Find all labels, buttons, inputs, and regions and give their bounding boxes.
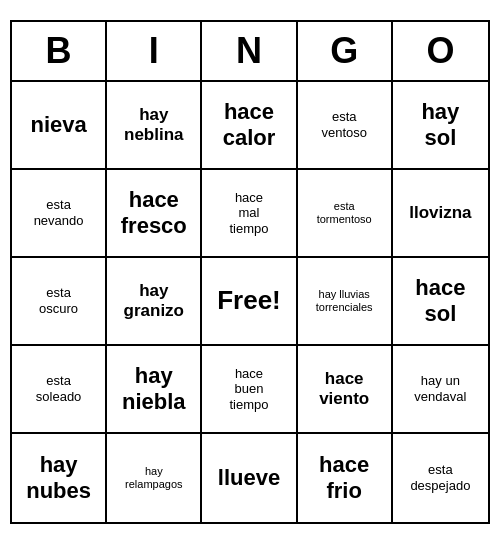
cell-text: hay granizo [124,281,184,322]
cell-text: Free! [217,285,281,316]
cell-text: hace frio [319,452,369,505]
bingo-cell: Free! [202,258,297,346]
cell-text: esta oscuro [39,285,78,316]
cell-text: hace mal tiempo [229,190,268,237]
bingo-cell: hay un vendaval [393,346,488,434]
bingo-cell: hay relampagos [107,434,202,522]
header-cell: N [202,22,297,80]
bingo-card: BINGO nievahay neblinahace caloresta ven… [10,20,490,524]
cell-text: hace viento [319,369,369,410]
bingo-cell: esta soleado [12,346,107,434]
cell-text: llueve [218,465,280,491]
bingo-cell: hay neblina [107,82,202,170]
header-cell: B [12,22,107,80]
cell-text: nieva [30,112,86,138]
cell-text: hay sol [421,99,459,152]
bingo-cell: hay niebla [107,346,202,434]
cell-text: hace sol [415,275,465,328]
bingo-grid: nievahay neblinahace caloresta ventosoha… [12,82,488,522]
bingo-cell: llovizna [393,170,488,258]
bingo-cell: hay nubes [12,434,107,522]
bingo-cell: hace sol [393,258,488,346]
cell-text: hay nubes [26,452,91,505]
cell-text: hay relampagos [125,465,182,491]
cell-text: esta nevando [34,197,84,228]
cell-text: hace calor [223,99,276,152]
cell-text: esta tormentoso [317,200,372,226]
bingo-header: BINGO [12,22,488,82]
bingo-cell: esta ventoso [298,82,393,170]
cell-text: esta despejado [410,462,470,493]
bingo-cell: hace mal tiempo [202,170,297,258]
cell-text: hay neblina [124,105,184,146]
cell-text: hace fresco [121,187,187,240]
cell-text: hay niebla [122,363,186,416]
bingo-cell: hace frio [298,434,393,522]
bingo-cell: esta despejado [393,434,488,522]
header-cell: O [393,22,488,80]
cell-text: esta ventoso [321,109,367,140]
header-cell: I [107,22,202,80]
bingo-cell: hay sol [393,82,488,170]
cell-text: hace buen tiempo [229,366,268,413]
bingo-cell: hace viento [298,346,393,434]
bingo-cell: hay granizo [107,258,202,346]
cell-text: hay lluvias torrenciales [316,288,373,314]
cell-text: esta soleado [36,373,82,404]
header-cell: G [298,22,393,80]
bingo-cell: esta tormentoso [298,170,393,258]
bingo-cell: hay lluvias torrenciales [298,258,393,346]
bingo-cell: hace buen tiempo [202,346,297,434]
bingo-cell: esta nevando [12,170,107,258]
bingo-cell: hace fresco [107,170,202,258]
bingo-cell: esta oscuro [12,258,107,346]
bingo-cell: llueve [202,434,297,522]
bingo-cell: hace calor [202,82,297,170]
cell-text: llovizna [409,203,471,223]
cell-text: hay un vendaval [414,373,466,404]
bingo-cell: nieva [12,82,107,170]
